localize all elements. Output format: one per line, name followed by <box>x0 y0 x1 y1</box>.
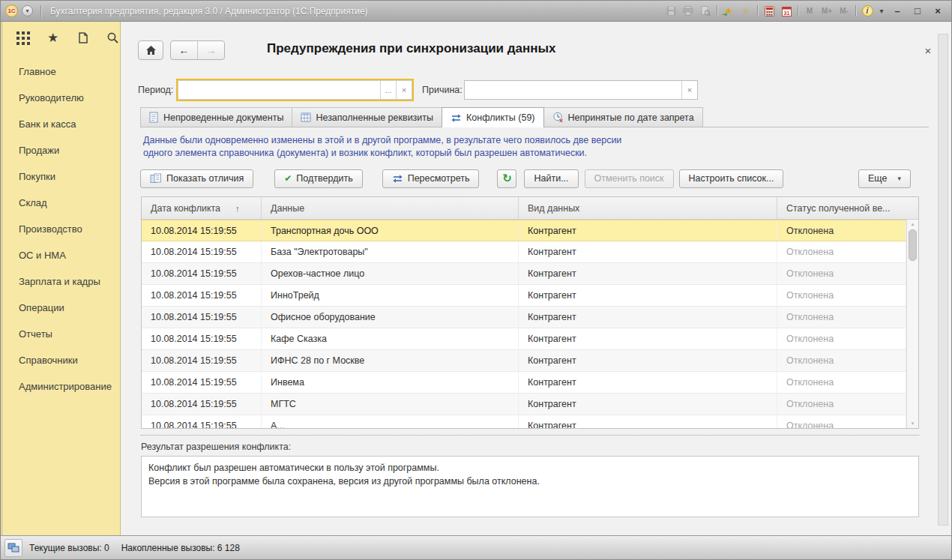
history-nav-group: ← → <box>170 40 225 60</box>
sidebar-item[interactable]: Банк и касса <box>1 111 120 137</box>
close-button[interactable]: × <box>929 4 947 19</box>
tab-unposted-documents[interactable]: Непроведенные документы <box>140 107 292 127</box>
scroll-down-icon[interactable]: ▼ <box>907 421 918 426</box>
period-input[interactable] <box>178 81 380 99</box>
table-row[interactable]: 10.08.2014 15:19:55 Офисное оборудование… <box>142 307 906 328</box>
main-menu-dropdown-icon[interactable]: ▾ <box>22 5 33 16</box>
cell-date: 10.08.2014 15:19:55 <box>142 307 262 328</box>
sidebar-item-label: Производство <box>19 223 82 235</box>
sidebar-item[interactable]: Зарплата и кадры <box>1 268 120 295</box>
cell-kind: Контрагент <box>519 350 777 371</box>
titlebar-group-separator <box>855 5 856 16</box>
sidebar-item[interactable]: Отчеты <box>1 321 120 347</box>
tab-rejected-by-date[interactable]: × Непринятые по дате запрета <box>543 107 703 127</box>
cell-data: ИнноТрейд <box>262 285 519 306</box>
sidebar-item[interactable]: ОС и НМА <box>1 242 120 268</box>
column-header-data[interactable]: Данные <box>262 197 519 219</box>
sidebar-item[interactable]: Главное <box>1 58 120 85</box>
app-logo-icon[interactable]: 1С <box>5 4 18 17</box>
table-row[interactable]: 10.08.2014 15:19:55 МГТС Контрагент Откл… <box>142 394 906 415</box>
table-row[interactable]: 10.08.2014 15:19:55 Кафе Сказка Контраге… <box>142 328 906 350</box>
configure-list-button[interactable]: Настроить список... <box>679 169 784 188</box>
titlebar: 1С ▾ Бухгалтерия предприятия, редакция 3… <box>1 1 951 22</box>
table-grid-icon <box>301 112 311 122</box>
performance-indicator-button[interactable] <box>4 539 22 557</box>
review-button[interactable]: Пересмотреть <box>382 169 480 188</box>
chevron-down-icon: ▾ <box>897 175 901 182</box>
cell-date: 10.08.2014 15:19:55 <box>142 350 262 371</box>
table-row[interactable]: 10.08.2014 15:19:55 А... Контрагент Откл… <box>142 415 906 428</box>
sidebar-item[interactable]: Справочники <box>1 347 120 373</box>
info-icon[interactable]: i <box>860 4 875 19</box>
sidebar-item[interactable]: Операции <box>1 295 120 321</box>
period-clear-button[interactable]: × <box>396 81 412 99</box>
sidebar-item[interactable]: Склад <box>1 190 120 216</box>
toolbar: Показать отличия ✔ Подтвердить Пересмотр… <box>140 169 920 188</box>
info-line: одного элемента справочника (документа) … <box>143 147 621 160</box>
table-row[interactable]: 10.08.2014 15:19:55 База "Электротовары"… <box>142 241 906 263</box>
sections-menu-icon[interactable] <box>16 31 30 45</box>
more-button[interactable]: Еще ▾ <box>858 169 911 188</box>
sidebar-item[interactable]: Покупки <box>1 163 120 190</box>
maximize-button[interactable]: □ <box>909 4 927 19</box>
cell-status: Отклонена <box>777 415 906 428</box>
confirm-button[interactable]: ✔ Подтвердить <box>274 169 362 188</box>
conflicts-table: Дата конфликта ↑ Данные Вид данных Стату… <box>141 196 919 429</box>
splitter[interactable] <box>141 435 919 436</box>
column-header-status[interactable]: Статус полученной ве... <box>777 197 906 219</box>
form-scrollbar-groove[interactable] <box>938 34 948 526</box>
cell-kind: Контрагент <box>519 263 777 284</box>
tab-unfilled-attributes[interactable]: Незаполненные реквизиты <box>292 107 442 127</box>
sync-arrows-icon <box>451 113 462 123</box>
home-button[interactable] <box>138 40 163 60</box>
add-favorite-icon[interactable]: ★➔ <box>721 4 736 19</box>
back-button[interactable]: ← <box>171 41 198 59</box>
info-dropdown-icon[interactable]: ▾ <box>877 4 886 19</box>
minimize-button[interactable]: – <box>888 4 906 19</box>
result-text-box[interactable]: Конфликт был разрешен автоматически в по… <box>141 456 919 517</box>
find-button[interactable]: Найти... <box>524 169 578 188</box>
sidebar-item[interactable]: Продажи <box>1 137 120 163</box>
sidebar-item-label: Операции <box>19 302 64 313</box>
table-scrollbar[interactable]: ▲ ▼ <box>906 220 918 428</box>
search-icon[interactable] <box>106 31 120 45</box>
sidebar-item[interactable]: Производство <box>1 216 120 242</box>
page-close-icon[interactable]: × <box>920 42 936 58</box>
result-label: Результат разрешения конфликта: <box>141 442 291 452</box>
page-title: Предупреждения при синхронизации данных <box>267 41 556 56</box>
calculator-icon[interactable] <box>762 4 777 19</box>
show-differences-button[interactable]: Показать отличия <box>140 169 253 188</box>
cell-data: А... <box>262 415 519 428</box>
reason-clear-button[interactable]: × <box>681 81 697 99</box>
column-header-date[interactable]: Дата конфликта ↑ <box>142 197 262 219</box>
reason-label: Причина: <box>422 85 463 95</box>
calendar-icon[interactable]: 31 <box>779 4 794 19</box>
history-icon[interactable] <box>76 31 90 45</box>
monitors-icon <box>7 543 19 553</box>
period-ellipsis-button[interactable]: ... <box>380 81 396 99</box>
cell-kind: Контрагент <box>519 415 777 428</box>
table-row[interactable]: 10.08.2014 15:19:55 Орехов-частное лицо … <box>142 263 906 285</box>
table-body: 10.08.2014 15:19:55 Транспортная дочь ОО… <box>142 220 906 428</box>
column-header-kind[interactable]: Вид данных <box>519 197 777 219</box>
cell-data: База "Электротовары" <box>262 241 519 262</box>
sidebar-item-label: Зарплата и кадры <box>19 276 100 287</box>
favorites-star-icon[interactable]: ★ <box>46 31 60 45</box>
cell-status: Отклонена <box>777 241 906 262</box>
table-row[interactable]: 10.08.2014 15:19:55 ИФНС 28 по г Москве … <box>142 350 906 372</box>
table-row[interactable]: 10.08.2014 15:19:55 Транспортная дочь ОО… <box>142 220 906 241</box>
tab-conflicts[interactable]: Конфликты (59) <box>442 107 543 127</box>
table-header: Дата конфликта ↑ Данные Вид данных Стату… <box>142 197 918 220</box>
table-row[interactable]: 10.08.2014 15:19:55 ИнноТрейд Контрагент… <box>142 285 906 307</box>
sidebar-item-label: Руководителю <box>19 92 84 103</box>
scrollbar-thumb[interactable] <box>909 229 917 261</box>
sidebar-item[interactable]: Руководителю <box>1 85 120 111</box>
button-label: Отменить поиск <box>594 173 664 184</box>
sidebar-item[interactable]: Администрирование <box>1 373 120 400</box>
scroll-up-icon[interactable]: ▲ <box>907 222 918 226</box>
cell-date: 10.08.2014 15:19:55 <box>142 241 262 262</box>
table-row[interactable]: 10.08.2014 15:19:55 Инвема Контрагент От… <box>142 372 906 394</box>
reason-input[interactable] <box>465 81 681 99</box>
forward-button[interactable]: → <box>198 41 224 59</box>
refresh-button[interactable]: ↻ <box>497 169 516 188</box>
